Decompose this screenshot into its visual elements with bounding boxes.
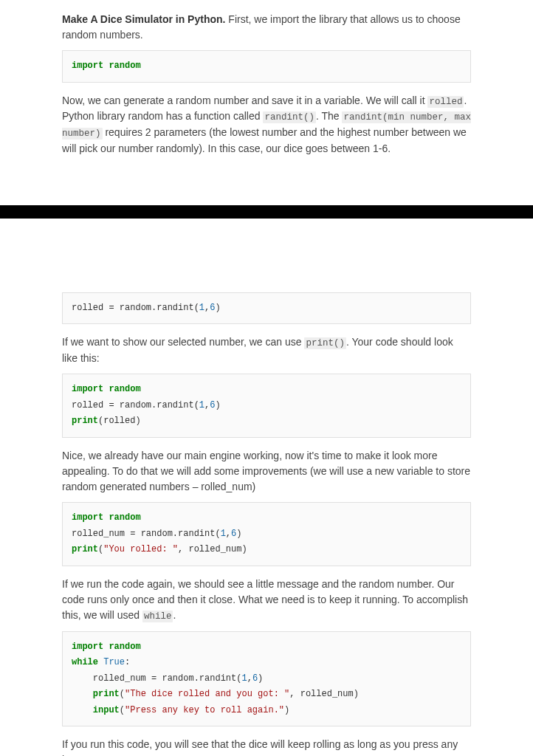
c5-l2-colon: : [125,657,130,667]
c5-l4-arg: rolled_num [300,689,354,699]
c5-indent-2 [72,689,93,699]
c5-l1-mod: random [109,642,140,652]
c5-l4-open: ( [120,689,125,699]
c2-eq: = [103,303,120,313]
p3-a: If we want to show our selected number, … [62,336,304,348]
p2-d: requires 2 parameters (the lowest number… [62,126,467,154]
c5-l4-comma: , [289,689,300,699]
c2-open: ( [194,303,199,313]
paragraph-5: If we run the code again, we should see … [62,577,471,624]
c4-l2-eq: = [125,529,141,539]
c2-close: ) [215,303,220,313]
c4-l3-fn: print [72,544,98,554]
code-block-4: import random rolled_num = random.randin… [62,502,471,566]
page-2: rolled = random.randint(1,6) If we want … [0,219,533,756]
c4-l2-n1: 1 [221,529,226,539]
c2-n1: 1 [199,303,204,313]
c5-l1-kw: import [72,642,103,652]
inline-code-randint: randint() [263,111,316,123]
c5-l5-close: ) [284,705,289,715]
p2-a: Now, we can generate a random number and… [62,94,427,106]
c5-l5-str: "Press any key to roll again." [125,705,284,715]
c3-l2-eq: = [103,400,120,410]
c3-l1-mod: random [109,384,140,394]
c5-l5-open: ( [120,705,125,715]
c3-l2-close: ) [215,400,220,410]
code-block-5: import random while True: rolled_num = r… [62,631,471,727]
c4-l2-open: ( [215,529,220,539]
c4-l3-str: "You rolled: " [103,544,178,554]
c3-l3-arg: rolled [103,416,135,426]
c5-l3-call: random.randint [162,673,236,684]
c3-l2-call: random.randint [120,400,194,410]
c3-l2-open: ( [194,400,199,410]
c5-l3-id: rolled_num [93,673,146,684]
intro-bold: Make A Dice Simulator in Python. [62,13,225,25]
c4-l3-close: ) [241,544,247,554]
page-1: Make A Dice Simulator in Python. First, … [0,0,533,205]
c4-l1-mod: random [109,512,140,523]
c4-l3-comma: , [178,544,188,554]
paragraph-6: If you run this code, you will see that … [62,737,471,756]
c4-l2-call: random.randint [141,529,216,539]
c5-l2-kw: while [72,657,98,667]
c3-l3-close: ) [135,416,140,426]
c4-l1-kw: import [72,512,103,523]
c3-l3-fn: print [72,416,98,426]
inline-code-rolled: rolled [427,96,464,108]
code-block-3: import random rolled = random.randint(1,… [62,374,471,438]
c5-indent-1 [72,673,93,684]
paragraph-2: Now, we can generate a random number and… [62,93,471,157]
c3-l2-id: rolled [72,400,103,410]
code-block-1: import random [62,50,471,83]
p6-text: If you run this code, you will see that … [62,738,458,756]
c4-l3-arg: rolled_num [188,544,241,554]
module-random: random [109,61,140,71]
c5-indent-3 [72,705,93,715]
c5-l5-fn: input [93,705,120,715]
c5-l3-eq: = [146,673,162,684]
inline-code-while: while [142,611,173,622]
p5-b: . [173,609,176,621]
c4-l2-comma: , [226,529,231,539]
c4-l2-close: ) [236,529,241,539]
c2-call: random.randint [120,303,194,313]
c2-id: rolled [72,303,103,313]
p2-c: . The [316,110,343,122]
c5-l4-fn: print [93,689,120,699]
p5-a: If we run the code again, we should see … [62,578,468,621]
paragraph-4: Nice, we already have our main engine wo… [62,448,471,495]
c3-l1-kw: import [72,384,103,394]
c4-l2-id: rolled_num [72,529,125,539]
c5-l3-n1: 1 [241,673,247,684]
c5-l2-bool: True [103,657,125,667]
paragraph-3: If we want to show our selected number, … [62,334,471,366]
c5-l3-n2: 6 [252,673,258,684]
c5-l3-close: ) [258,673,263,684]
code-block-2: rolled = random.randint(1,6) [62,292,471,325]
c5-l4-close: ) [354,689,359,699]
inline-code-print: print() [304,337,346,349]
kw-import: import [72,61,103,71]
c3-l2-n1: 1 [199,400,204,410]
intro-paragraph: Make A Dice Simulator in Python. First, … [62,12,471,43]
c5-l4-str: "The dice rolled and you got: " [125,689,289,699]
c5-l3-comma: , [247,673,252,684]
